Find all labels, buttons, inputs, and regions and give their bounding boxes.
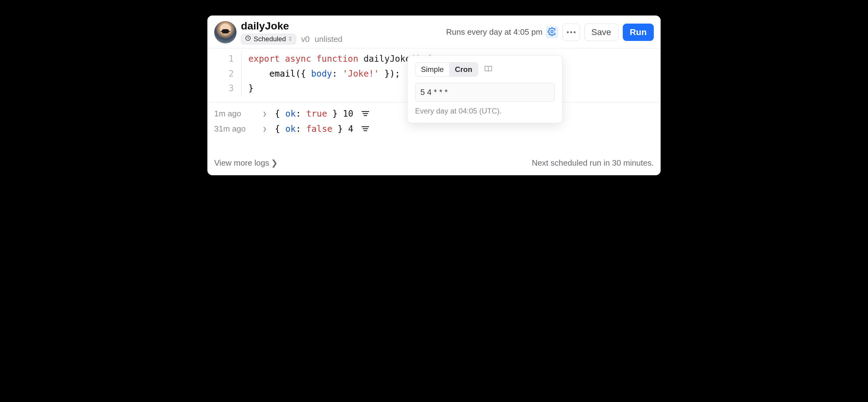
next-run-text: Next scheduled run in 30 minutes. (532, 158, 654, 168)
log-value: { ok: false } 4 (275, 124, 353, 134)
view-more-logs-link[interactable]: View more logs ❯ (214, 158, 278, 168)
title-block: dailyJoke Scheduled v0 unlisted (241, 20, 342, 44)
chevron-right-icon: ❯ (271, 158, 278, 168)
log-time: 1m ago (214, 109, 254, 119)
save-button[interactable]: Save (584, 24, 618, 41)
schedule-text: Runs every day at 4:05 pm (446, 27, 542, 37)
log-value: { ok: true } 10 (275, 108, 353, 119)
code-line: } (248, 81, 254, 96)
filter-icon[interactable] (361, 110, 369, 117)
chevron-right-icon: ❯ (262, 110, 267, 118)
ellipsis-icon (567, 31, 576, 33)
svg-point-1 (551, 31, 553, 33)
line-number: 2 (207, 66, 242, 81)
caret-updown-icon (288, 35, 292, 43)
avatar[interactable] (214, 21, 237, 43)
run-button[interactable]: Run (623, 24, 654, 41)
more-button[interactable] (562, 24, 580, 41)
page-title: dailyJoke (241, 20, 342, 32)
schedule-popover: Simple Cron Every day at 04:05 (UTC). (407, 55, 562, 123)
log-time: 31m ago (214, 124, 254, 134)
tab-cron[interactable]: Cron (449, 63, 478, 76)
cron-input[interactable] (415, 83, 555, 102)
line-number: 3 (207, 81, 242, 96)
code-line: email({ body: 'Joke!' }); (248, 66, 400, 81)
header: dailyJoke Scheduled v0 unlisted Runs eve… (207, 15, 661, 48)
app-window: dailyJoke Scheduled v0 unlisted Runs eve… (207, 15, 661, 175)
schedule-mode-segmented: Simple Cron (415, 62, 478, 77)
log-row[interactable]: 31m ago ❯ { ok: false } 4 (207, 121, 661, 136)
meta-row: Scheduled v0 unlisted (241, 34, 342, 44)
gear-icon (548, 27, 556, 37)
badge-label: Scheduled (254, 35, 286, 43)
header-actions: Save Run (562, 24, 654, 41)
code-line: export async function dailyJoke() { (248, 52, 432, 66)
clock-icon (245, 35, 251, 43)
book-icon[interactable] (484, 65, 492, 74)
schedule-summary: Runs every day at 4:05 pm (446, 26, 558, 38)
cron-description: Every day at 04:05 (UTC). (415, 107, 555, 115)
schedule-settings-button[interactable] (546, 26, 558, 38)
version-label: v0 (301, 34, 310, 44)
tab-simple[interactable]: Simple (415, 63, 449, 76)
filter-icon[interactable] (361, 125, 369, 132)
schedule-badge[interactable]: Scheduled (241, 34, 296, 44)
visibility-label: unlisted (314, 34, 342, 44)
chevron-right-icon: ❯ (262, 125, 267, 133)
line-number: 1 (207, 52, 242, 66)
footer: View more logs ❯ Next scheduled run in 3… (207, 152, 661, 175)
